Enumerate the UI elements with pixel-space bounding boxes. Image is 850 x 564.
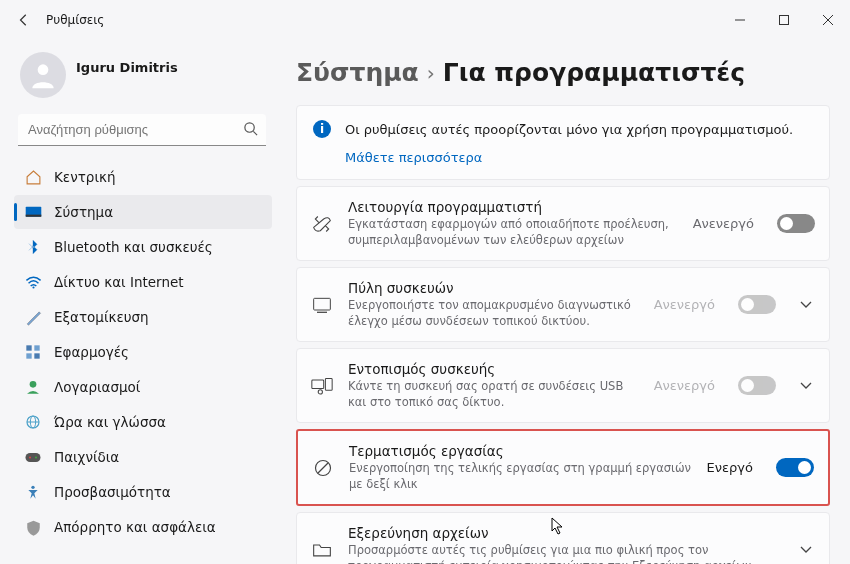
setting-title: Τερματισμός εργασίας xyxy=(349,443,692,459)
folder-icon xyxy=(311,539,333,561)
sidebar-item-label: Απόρρητο και ασφάλεια xyxy=(54,519,216,535)
maximize-button[interactable] xyxy=(762,4,806,36)
svg-point-24 xyxy=(318,389,322,393)
svg-point-3 xyxy=(245,123,254,132)
user-name: Iguru Dimitris xyxy=(76,60,178,75)
info-icon: i xyxy=(313,120,331,138)
user-profile[interactable]: Iguru Dimitris xyxy=(14,52,272,114)
window-title: Ρυθμίσεις xyxy=(46,13,104,27)
toggle-switch[interactable] xyxy=(776,458,814,477)
sidebar-item-system[interactable]: Σύστημα xyxy=(14,195,272,229)
status-label: Ανενεργό xyxy=(693,216,754,231)
setting-device-portal[interactable]: Πύλη συσκευών Ενεργοποιήστε τον απομακρυ… xyxy=(296,267,830,342)
sidebar-item-time-language[interactable]: Ώρα και γλώσσα xyxy=(14,405,272,439)
svg-point-7 xyxy=(32,286,34,288)
person-icon xyxy=(24,378,42,396)
sidebar-item-label: Σύστημα xyxy=(54,204,113,220)
svg-line-4 xyxy=(253,131,257,135)
toggle-switch xyxy=(738,376,776,395)
svg-point-19 xyxy=(31,486,34,489)
chevron-down-icon[interactable] xyxy=(797,382,815,390)
brush-icon xyxy=(24,308,42,326)
svg-rect-10 xyxy=(26,353,31,358)
learn-more-link[interactable]: Μάθετε περισσότερα xyxy=(345,150,813,165)
avatar xyxy=(20,52,66,98)
bluetooth-icon xyxy=(24,238,42,256)
svg-rect-9 xyxy=(34,345,39,350)
svg-rect-21 xyxy=(317,311,327,312)
setting-desc: Ενεργοποίηση της τελικής εργασίας στη γρ… xyxy=(349,461,692,492)
window-controls xyxy=(718,4,850,36)
setting-end-task[interactable]: Τερματισμός εργασίας Ενεργοποίηση της τε… xyxy=(296,429,830,506)
svg-rect-22 xyxy=(312,380,324,388)
gamepad-icon xyxy=(24,448,42,466)
sidebar-item-label: Ώρα και γλώσσα xyxy=(54,414,166,430)
svg-rect-11 xyxy=(34,353,39,358)
chevron-down-icon[interactable] xyxy=(797,546,815,554)
toggle-switch xyxy=(738,295,776,314)
chevron-right-icon: › xyxy=(427,61,435,85)
status-label: Ανενεργό xyxy=(654,378,715,393)
setting-developer-mode[interactable]: Λειτουργία προγραμματιστή Εγκατάσταση εφ… xyxy=(296,186,830,261)
sidebar-item-label: Δίκτυο και Internet xyxy=(54,274,184,290)
back-button[interactable] xyxy=(16,12,32,28)
titlebar: Ρυθμίσεις xyxy=(0,0,850,40)
sidebar-item-label: Παιχνίδια xyxy=(54,449,119,465)
sidebar-item-accounts[interactable]: Λογαριασμοί xyxy=(14,370,272,404)
sidebar: Iguru Dimitris Κεντρική Σύστημα Bluetoot… xyxy=(0,40,280,564)
breadcrumb-root[interactable]: Σύστημα xyxy=(296,58,419,87)
wrench-icon xyxy=(311,213,333,235)
svg-rect-6 xyxy=(25,214,41,216)
setting-device-discovery[interactable]: Εντοπισμός συσκευής Κάντε τη συσκευή σας… xyxy=(296,348,830,423)
search-wrap xyxy=(18,114,266,146)
search-input[interactable] xyxy=(18,114,266,146)
nav-list: Κεντρική Σύστημα Bluetooth και συσκευές … xyxy=(14,160,272,544)
setting-title: Εξερεύνηση αρχείων xyxy=(348,525,776,541)
svg-rect-23 xyxy=(325,378,332,390)
sidebar-item-label: Προσβασιμότητα xyxy=(54,484,171,500)
sidebar-item-apps[interactable]: Εφαρμογές xyxy=(14,335,272,369)
setting-title: Εντοπισμός συσκευής xyxy=(348,361,639,377)
sidebar-item-accessibility[interactable]: Προσβασιμότητα xyxy=(14,475,272,509)
accessibility-icon xyxy=(24,483,42,501)
info-text: Οι ρυθμίσεις αυτές προορίζονται μόνο για… xyxy=(345,122,793,137)
minimize-button[interactable] xyxy=(718,4,762,36)
svg-point-12 xyxy=(30,381,37,388)
setting-desc: Προσαρμόστε αυτές τις ρυθμίσεις για μια … xyxy=(348,543,776,564)
sidebar-item-label: Λογαριασμοί xyxy=(54,379,140,395)
svg-point-2 xyxy=(38,64,49,75)
sidebar-item-privacy[interactable]: Απόρρητο και ασφάλεια xyxy=(14,510,272,544)
shield-icon xyxy=(24,518,42,536)
wifi-icon xyxy=(24,273,42,291)
svg-rect-8 xyxy=(26,345,31,350)
setting-title: Πύλη συσκευών xyxy=(348,280,639,296)
svg-point-17 xyxy=(29,456,31,458)
breadcrumb: Σύστημα › Για προγραμματιστές xyxy=(296,58,830,87)
sidebar-item-gaming[interactable]: Παιχνίδια xyxy=(14,440,272,474)
sidebar-item-label: Εξατομίκευση xyxy=(54,309,149,325)
toggle-switch[interactable] xyxy=(777,214,815,233)
main-content: Σύστημα › Για προγραμματιστές i Οι ρυθμί… xyxy=(280,40,850,564)
portal-icon xyxy=(311,294,333,316)
svg-rect-20 xyxy=(314,298,331,310)
sidebar-item-bluetooth[interactable]: Bluetooth και συσκευές xyxy=(14,230,272,264)
svg-point-18 xyxy=(35,456,37,458)
discovery-icon xyxy=(311,375,333,397)
sidebar-item-network[interactable]: Δίκτυο και Internet xyxy=(14,265,272,299)
close-button[interactable] xyxy=(806,4,850,36)
sidebar-item-label: Εφαρμογές xyxy=(54,344,129,360)
sidebar-item-personalization[interactable]: Εξατομίκευση xyxy=(14,300,272,334)
home-icon xyxy=(24,168,42,186)
setting-title: Λειτουργία προγραμματιστή xyxy=(348,199,678,215)
globe-icon xyxy=(24,413,42,431)
apps-icon xyxy=(24,343,42,361)
svg-rect-16 xyxy=(26,453,41,462)
sidebar-item-home[interactable]: Κεντρική xyxy=(14,160,272,194)
block-icon xyxy=(312,457,334,479)
setting-file-explorer[interactable]: Εξερεύνηση αρχείων Προσαρμόστε αυτές τις… xyxy=(296,512,830,564)
status-label: Ενεργό xyxy=(707,460,753,475)
info-banner: i Οι ρυθμίσεις αυτές προορίζονται μόνο γ… xyxy=(296,105,830,180)
setting-desc: Ενεργοποιήστε τον απομακρυσμένο διαγνωστ… xyxy=(348,298,639,329)
system-icon xyxy=(24,203,42,221)
chevron-down-icon[interactable] xyxy=(797,301,815,309)
